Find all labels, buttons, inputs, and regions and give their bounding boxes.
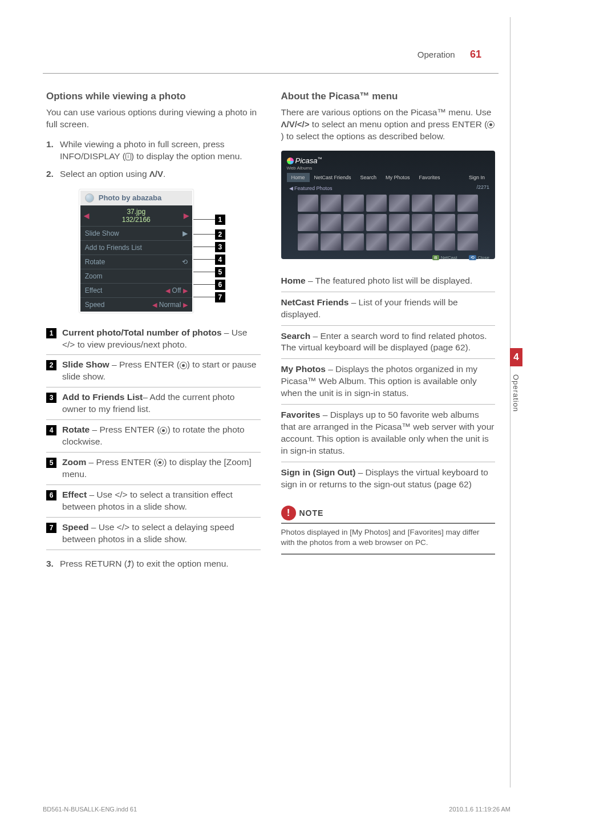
steps-list-bottom: 3. Press RETURN (⤴) to exit the option m… bbox=[46, 558, 261, 570]
picasa-tabs: Home NetCast Friends Search My Photos Fa… bbox=[287, 173, 490, 182]
badge-4-icon: 4 bbox=[46, 425, 56, 435]
section-name: Operation bbox=[418, 50, 455, 59]
header-rule bbox=[43, 73, 499, 74]
return-icon: ⤴ bbox=[127, 559, 131, 570]
info-display-icon: i bbox=[125, 153, 131, 160]
menu-zoom: Zoom bbox=[80, 269, 192, 283]
badge-6-icon: 6 bbox=[46, 490, 56, 500]
enter-icon bbox=[160, 427, 167, 434]
badge-2-icon: 2 bbox=[46, 360, 56, 370]
picasa-footer: BNetCast ⟲Close bbox=[287, 255, 490, 260]
page-frame: Operation 61 Options while viewing a pho… bbox=[43, 17, 510, 788]
menu-rotate: Rotate⟲ bbox=[80, 255, 192, 269]
step-number: 2. bbox=[46, 168, 60, 180]
two-column-layout: Options while viewing a photo You can us… bbox=[43, 91, 499, 579]
badge-1-icon: 1 bbox=[46, 328, 56, 338]
badge-5-icon: 5 bbox=[46, 458, 56, 468]
left-column: Options while viewing a photo You can us… bbox=[46, 91, 261, 579]
step-number: 1. bbox=[46, 139, 60, 163]
next-arrow-icon: ▶ bbox=[184, 212, 189, 220]
footer-timestamp: 2010.1.6 11:19:26 AM bbox=[449, 806, 510, 813]
right-heading: About the Picasa™ menu bbox=[281, 91, 496, 102]
side-tab: 4 Operation bbox=[510, 348, 522, 420]
step-body: Press RETURN (⤴) to exit the option menu… bbox=[60, 558, 261, 570]
footer-file: BD561-N-BUSALLK-ENG.indd 61 bbox=[43, 806, 137, 813]
step-body: While viewing a photo in full screen, pr… bbox=[60, 139, 261, 163]
callout-2-icon: 2 bbox=[215, 229, 225, 240]
left-heading: Options while viewing a photo bbox=[46, 91, 261, 102]
photo-filename: 37.jpg bbox=[122, 208, 151, 216]
badge-3-icon: 3 bbox=[46, 393, 56, 403]
photo-counter-strip: ◀ 37.jpg 132/2166 ▶ bbox=[80, 205, 192, 226]
right-intro: There are various options on the Picasa™… bbox=[281, 107, 496, 143]
note-label: NOTE bbox=[299, 508, 324, 518]
featured-count: /2271 bbox=[476, 184, 489, 192]
print-footer: BD561-N-BUSALLK-ENG.indd 61 2010.1.6 11:… bbox=[43, 806, 510, 813]
note-icon: ! bbox=[281, 506, 296, 520]
enter-icon bbox=[156, 459, 164, 466]
callout-5-icon: 5 bbox=[215, 267, 225, 277]
photo-author: Photo by abazaba bbox=[99, 193, 162, 202]
callout-definitions: 1Current photo/Total number of photos – … bbox=[46, 323, 261, 550]
side-tab-chapter: 4 bbox=[510, 348, 522, 366]
picasa-logo-text: Picasa™Web Albums bbox=[287, 156, 490, 171]
featured-label: ◀ Featured Photos bbox=[287, 184, 335, 192]
callout-7-icon: 7 bbox=[215, 292, 225, 302]
picasa-thumb-grid bbox=[287, 195, 490, 251]
badge-7-icon: 7 bbox=[46, 523, 56, 533]
up-down-arrows-glyph: Λ/V bbox=[149, 169, 163, 179]
note-body: Photos displayed in [My Photos] and [Fav… bbox=[281, 527, 496, 548]
nav-arrows-glyph: Λ/V/</> bbox=[281, 119, 310, 129]
note-header: ! NOTE bbox=[281, 506, 496, 524]
right-column: About the Picasa™ menu There are various… bbox=[281, 91, 496, 579]
step-body: Select an option using Λ/V. bbox=[60, 168, 261, 180]
enter-icon bbox=[180, 362, 187, 369]
menu-effect: Effect◀ Off ▶ bbox=[80, 283, 192, 297]
photo-card: Photo by abazaba ◀ 37.jpg 132/2166 ▶ Sli… bbox=[79, 189, 193, 313]
callout-6-icon: 6 bbox=[215, 280, 225, 290]
enter-icon bbox=[487, 121, 495, 128]
picasa-menu-definitions: Home – The featured photo list will be d… bbox=[281, 270, 496, 495]
step-number: 3. bbox=[46, 558, 60, 570]
prev-arrow-icon: ◀ bbox=[84, 212, 89, 220]
photo-counter: 132/2166 bbox=[122, 216, 151, 224]
callout-3-icon: 3 bbox=[215, 242, 225, 252]
side-tab-label: Operation bbox=[510, 366, 522, 420]
left-intro: You can use various options during viewi… bbox=[46, 107, 261, 131]
note-block: ! NOTE Photos displayed in [My Photos] a… bbox=[281, 506, 496, 555]
globe-icon bbox=[85, 193, 94, 203]
steps-list-top: 1. While viewing a photo in full screen,… bbox=[46, 139, 261, 180]
running-header: Operation 61 bbox=[43, 17, 499, 66]
menu-speed: Speed◀ Normal ▶ bbox=[80, 297, 192, 312]
menu-slide-show: Slide Show▶ bbox=[80, 226, 192, 240]
photo-title-row: Photo by abazaba bbox=[80, 191, 192, 205]
callout-4-icon: 4 bbox=[215, 255, 225, 265]
page-number: 61 bbox=[470, 49, 481, 60]
menu-add-friends: Add to Friends List bbox=[80, 240, 192, 255]
callout-1-icon: 1 bbox=[215, 215, 225, 225]
picasa-screenshot: Picasa™Web Albums Home NetCast Friends S… bbox=[281, 151, 496, 259]
picasa-logo-icon bbox=[287, 158, 294, 164]
photo-option-ui: Photo by abazaba ◀ 37.jpg 132/2166 ▶ Sli… bbox=[79, 189, 228, 313]
